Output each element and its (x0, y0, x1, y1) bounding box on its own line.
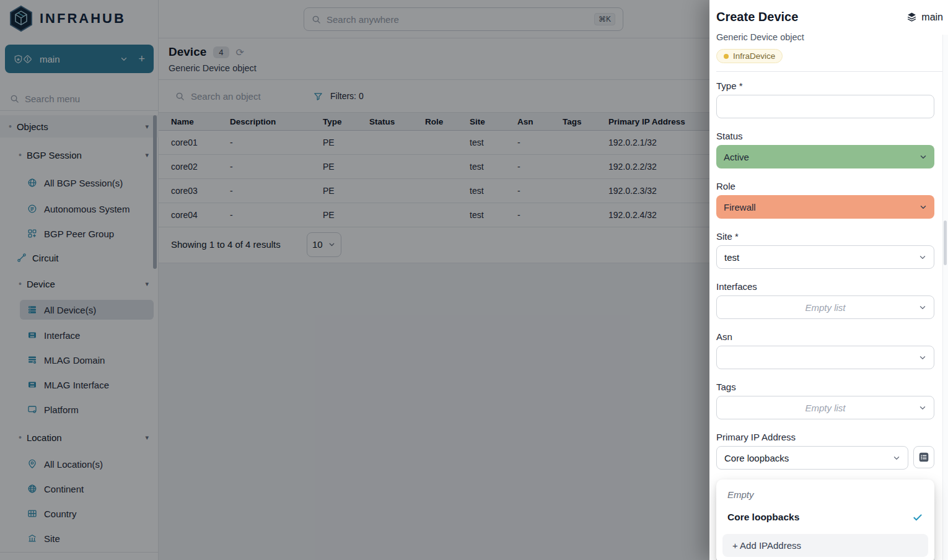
field-label: Site * (716, 231, 934, 242)
badge-dot-icon (724, 54, 729, 59)
tags-select[interactable]: Empty list (716, 396, 934, 419)
empty-list-placeholder: Empty list (724, 403, 926, 413)
field-tags: Tags Empty list (716, 382, 934, 419)
drawer-subtitle: Generic Device object (716, 32, 943, 42)
drawer-title: Create Device (716, 10, 798, 24)
role-select[interactable]: Firewall (716, 195, 934, 219)
kind-badge: InfraDevice (716, 49, 783, 63)
field-primary-ip: Primary IP Address Core loopbacks (716, 432, 934, 470)
chevron-down-icon (919, 203, 928, 211)
field-label: Type * (716, 81, 934, 91)
site-select[interactable]: test (716, 245, 934, 269)
list-icon (918, 452, 929, 463)
status-select[interactable]: Active (716, 145, 934, 168)
app-root: INFRAHUB main + Search menu • (0, 0, 948, 560)
primary-ip-select[interactable]: Core loopbacks (716, 446, 908, 470)
chevron-down-icon (918, 253, 927, 261)
layers-icon (906, 12, 917, 22)
drawer-form: Type * Status Active Role Firewall Site … (709, 81, 948, 470)
field-asn: Asn (716, 331, 934, 369)
field-label: Status (716, 131, 934, 141)
field-label: Asn (716, 331, 934, 342)
field-site: Site * test (716, 231, 934, 269)
check-icon (912, 512, 923, 523)
dropdown-option-label: Core loopbacks (727, 512, 799, 523)
field-interfaces: Interfaces Empty list (716, 281, 934, 319)
field-type: Type * (716, 81, 934, 118)
kind-badge-label: InfraDevice (733, 51, 775, 61)
drawer-branch[interactable]: main (906, 12, 943, 23)
field-label: Tags (716, 382, 934, 392)
drawer-divider (716, 71, 943, 72)
empty-list-placeholder: Empty list (724, 302, 926, 313)
primary-ip-value: Core loopbacks (724, 453, 789, 463)
site-value: test (724, 252, 739, 263)
role-value: Firewall (724, 202, 756, 212)
chevron-down-icon (918, 403, 927, 412)
chevron-down-icon (892, 453, 901, 462)
chevron-down-icon (918, 303, 927, 312)
dropdown-option-core-loopbacks[interactable]: Core loopbacks (722, 506, 928, 528)
field-label: Role (716, 181, 934, 191)
type-input[interactable] (716, 95, 934, 118)
field-label: Primary IP Address (716, 432, 934, 442)
field-status: Status Active (716, 131, 934, 168)
dropdown-option-empty[interactable]: Empty (722, 486, 928, 506)
drawer-scrollbar-track[interactable] (942, 35, 948, 560)
chevron-down-icon (918, 353, 927, 362)
drawer-header: Create Device main Generic Device object… (709, 0, 948, 72)
chevron-down-icon (919, 152, 928, 161)
create-device-drawer: Create Device main Generic Device object… (709, 0, 948, 560)
status-value: Active (724, 152, 749, 162)
primary-ip-dropdown: Empty Core loopbacks + Add IPAddress (716, 479, 934, 560)
drawer-branch-name: main (921, 12, 943, 23)
asn-select[interactable] (716, 346, 934, 369)
field-role: Role Firewall (716, 181, 934, 219)
drawer-scrollbar-thumb[interactable] (944, 221, 947, 265)
interfaces-select[interactable]: Empty list (716, 295, 934, 319)
ip-list-button[interactable] (913, 446, 934, 468)
add-ipaddress-button[interactable]: + Add IPAddress (722, 534, 928, 557)
field-label: Interfaces (716, 281, 934, 292)
